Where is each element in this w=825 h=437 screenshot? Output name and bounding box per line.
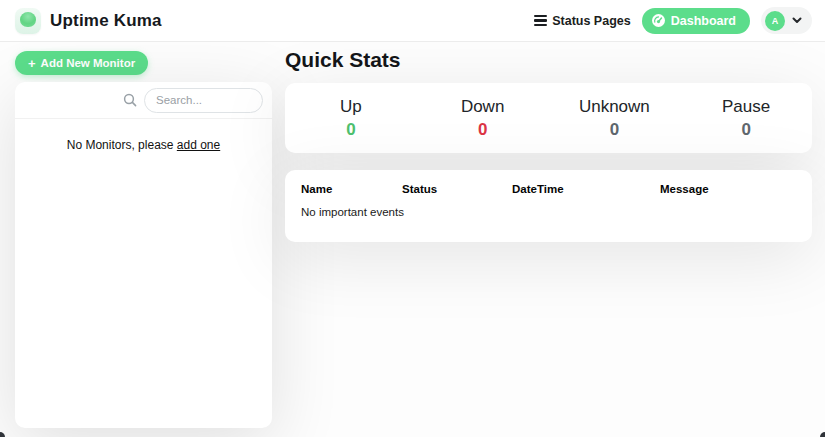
navbar-actions: Status Pages Dashboard A: [534, 7, 812, 34]
uptime-kuma-logo-icon: [15, 8, 41, 34]
stat-up-label: Up: [285, 97, 417, 117]
events-table-header: Name Status DateTime Message: [285, 183, 812, 195]
gauge-icon: [652, 14, 665, 27]
search-input[interactable]: [144, 88, 263, 113]
app-title: Uptime Kuma: [50, 11, 162, 31]
column-name: Name: [301, 183, 402, 195]
stat-pause: Pause 0: [680, 97, 812, 140]
column-datetime: DateTime: [512, 183, 660, 195]
monitor-list-panel: No Monitors, please add one: [15, 82, 272, 428]
stat-unknown-value: 0: [549, 120, 681, 140]
important-events-card: Name Status DateTime Message No importan…: [285, 170, 812, 242]
stat-up: Up 0: [285, 97, 417, 140]
dashboard-button-label: Dashboard: [671, 14, 736, 28]
stat-pause-label: Pause: [680, 97, 812, 117]
dashboard-button[interactable]: Dashboard: [642, 8, 750, 34]
brand: Uptime Kuma: [15, 8, 162, 34]
top-navbar: Uptime Kuma Status Pages Dashboard A: [0, 0, 825, 42]
column-status: Status: [402, 183, 512, 195]
monitor-search-bar: [15, 82, 272, 119]
plus-icon: +: [28, 57, 36, 70]
status-pages-label: Status Pages: [552, 14, 631, 28]
window-corner-right: [820, 432, 825, 437]
stat-down-value: 0: [417, 120, 549, 140]
status-pages-link[interactable]: Status Pages: [534, 14, 631, 28]
stat-down-label: Down: [417, 97, 549, 117]
no-events-message: No important events: [285, 206, 812, 218]
add-new-monitor-label: Add New Monitor: [41, 57, 136, 69]
add-new-monitor-button[interactable]: + Add New Monitor: [15, 51, 148, 75]
stat-unknown-label: Unknown: [549, 97, 681, 117]
stat-unknown: Unknown 0: [549, 97, 681, 140]
stat-pause-value: 0: [680, 120, 812, 140]
no-monitors-message: No Monitors, please add one: [15, 119, 272, 152]
page-title: Quick Stats: [285, 48, 401, 72]
no-monitors-text: No Monitors, please: [67, 138, 174, 152]
bottom-toast-shadow: [318, 423, 483, 437]
avatar: A: [765, 11, 785, 31]
user-menu[interactable]: A: [761, 7, 812, 34]
quick-stats-card: Up 0 Down 0 Unknown 0 Pause 0: [285, 83, 812, 153]
stat-down: Down 0: [417, 97, 549, 140]
search-icon: [123, 93, 137, 107]
list-bars-icon: [534, 15, 547, 26]
add-one-link[interactable]: add one: [177, 138, 220, 152]
window-corner-left: [0, 432, 5, 437]
column-message: Message: [660, 183, 812, 195]
stat-up-value: 0: [285, 120, 417, 140]
chevron-down-icon: [792, 17, 802, 24]
